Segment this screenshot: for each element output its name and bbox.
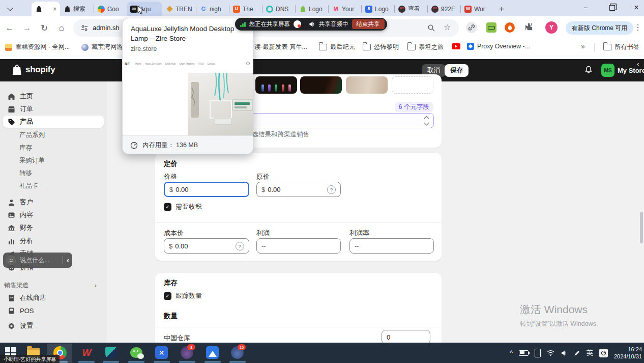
security-shield-icon[interactable] [104,346,118,359]
sales-channels-header[interactable]: 销售渠道 › [4,280,102,291]
sidebar-item-customers[interactable]: 客户 [3,196,104,208]
margin-input[interactable] [349,238,434,254]
cost-value[interactable] [175,242,233,250]
new-tab-button[interactable]: + [494,2,509,16]
sidebar-item-finance[interactable]: 财务 [3,221,104,234]
clock[interactable]: 16:24 2024/10/31 [614,346,642,360]
extension-orange-icon[interactable] [505,22,515,33]
bookmark-youtube[interactable] [452,43,460,49]
tab-922-view[interactable]: 922 查看 [395,2,427,16]
all-bookmarks[interactable]: 所有书签 [603,43,639,51]
bookmark-folder[interactable]: 恐怖黎明 [363,43,399,51]
bookmark-folder[interactable]: 泰坦之旅 [407,43,444,51]
extensions-puzzle-icon[interactable] [524,22,534,32]
app-badge-8-icon[interactable]: 8 [180,346,194,359]
tab-search[interactable]: 搜索 [60,2,94,16]
compare-price-input[interactable]: $ ? [256,182,341,197]
sidebar-item-transfers[interactable]: 转移 [19,167,32,179]
collapse-left-icon[interactable]: ‹ [67,256,69,264]
tray-expand-icon[interactable]: ^ [510,349,513,356]
chrome-update-chip[interactable]: 有新版 Chrome 可用 [566,21,633,35]
bookmark-item[interactable]: 雪糕资源网 - 全网... [5,43,70,51]
store-avatar[interactable]: MS [601,64,614,77]
save-button[interactable]: 保存 [445,64,469,77]
cost-input[interactable]: $ ? [164,238,249,254]
extension-green-icon[interactable] [486,22,496,33]
app-badge-15-icon[interactable]: 15 [230,346,244,359]
app-x-icon[interactable]: ✕ [155,346,168,359]
gauge-tray-icon[interactable] [599,349,608,357]
bookmarks-overflow-icon[interactable]: » [581,42,585,50]
sidebar-item-gift-cards[interactable]: 礼品卡 [19,180,39,192]
tab-the[interactable]: U The [229,2,262,16]
notifications-bell-icon[interactable] [584,65,593,74]
extension-link-icon[interactable] [466,22,477,33]
product-thumbnail[interactable] [255,76,297,94]
tab-trend[interactable]: TREN [162,2,196,16]
wps-icon[interactable]: W [80,346,94,359]
compare-price-value[interactable] [268,186,325,193]
assistant-input[interactable]: 说点什么... [20,256,59,265]
sidebar-item-purchase-orders[interactable]: 采购订单 [19,154,45,166]
shopify-logo[interactable]: shopify [11,64,55,76]
minimize-button[interactable]: − [578,1,593,14]
wifi-icon[interactable] [547,350,554,356]
browser-menu-icon[interactable]: ⋮ [634,22,642,32]
site-info-icon[interactable] [80,24,89,32]
app-mountain-icon[interactable] [206,346,219,359]
margin-value[interactable] [355,242,429,250]
close-window-button[interactable]: × [629,1,644,14]
product-thumbnail[interactable] [300,76,342,94]
metafields-link[interactable]: 6 个元字段 [395,102,433,113]
bookmark-star-icon[interactable]: ☆ [444,22,451,32]
product-thumbnail[interactable] [346,76,388,94]
quantity-input[interactable] [382,330,430,344]
tab-aqualuxe[interactable]: ZIR Aqu [127,2,162,16]
assistant-widget[interactable]: 说点什么... ‹ [3,253,72,268]
tab-word[interactable]: W Wor [461,2,494,16]
sidebar-item-orders[interactable]: 订单 [3,103,104,115]
quantity-value[interactable] [387,333,425,341]
profit-value[interactable] [261,242,336,250]
sidebar-item-inventory[interactable]: 库存 [19,142,32,154]
sidebar-item-products[interactable]: 产品 [3,116,104,128]
battery-icon[interactable] [519,350,529,356]
tab-shopify-active[interactable]: × [32,2,60,16]
checkbox-checked[interactable]: ✓ [164,203,171,211]
sidebar-item-settings[interactable]: 设置 [3,320,104,332]
tab-922[interactable]: 922 922F [428,2,460,16]
tab-search-chevron-icon[interactable] [8,6,12,10]
track-quantity-row[interactable]: ✓ 跟踪数量 [164,291,202,300]
bookmark-folder[interactable]: 最后纪元 [319,43,355,51]
checkbox-checked[interactable]: ✓ [164,292,171,300]
stop-sharing-button[interactable]: 结束共享 [352,19,385,29]
wechat-icon[interactable] [129,346,143,359]
sidebar-item-online-store[interactable]: 在线商店 [3,292,104,304]
bookmark-item[interactable]: 藏宝湾网游 [81,43,123,51]
sidebar-item-collections[interactable]: 产品系列 [19,129,45,141]
profit-input[interactable] [256,238,341,254]
volume-icon[interactable] [561,350,568,356]
help-icon[interactable]: ? [327,185,336,194]
pen-icon[interactable] [574,350,580,356]
search-icon[interactable] [427,24,435,32]
sidebar-item-pos[interactable]: POS [3,304,104,317]
tab-logo1[interactable]: Logo [296,2,328,16]
sidebar-item-content[interactable]: 内容 [3,209,104,221]
charge-tax-row[interactable]: ✓ 需要收税 [164,202,202,211]
collapse-chevron-icon[interactable]: ‹ [637,60,639,68]
price-value[interactable] [175,186,244,193]
sidebar-item-home[interactable]: 主页 [3,90,104,102]
ime-indicator[interactable]: 英 [587,348,593,357]
sidebar-item-analytics[interactable]: 分析 [3,235,104,247]
tab-your[interactable]: M Your [329,2,361,16]
help-icon[interactable]: ? [236,242,244,250]
forward-button[interactable]: → [19,20,35,36]
profile-avatar[interactable]: Y [545,21,558,34]
phone-link-icon[interactable] [535,349,541,357]
price-input[interactable]: $ [164,182,249,197]
tab-goo[interactable]: Goo [94,2,127,16]
tab-logo2[interactable]: 8 Logo [362,2,394,16]
restore-button[interactable] [604,1,620,14]
tab-night[interactable]: G nigh [196,2,229,16]
